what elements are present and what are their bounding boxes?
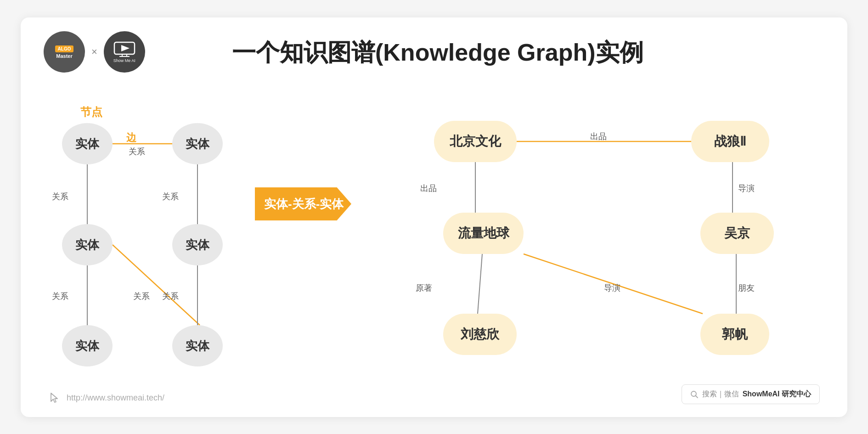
kg-liuliang-node: 流量地球 <box>443 213 524 254</box>
rel-bj-zl: 出品 <box>590 131 607 142</box>
kg-zhanlang-node: 战狼Ⅱ <box>691 121 769 162</box>
svg-marker-1 <box>121 45 130 51</box>
algo-master-logo: ALGO Master <box>44 31 85 73</box>
rel-wj-gf: 朋友 <box>738 282 755 293</box>
master-text: Master <box>56 53 72 59</box>
kg-wujing-node: 吴京 <box>700 213 774 254</box>
footer-area: http://www.showmeai.tech/ <box>48 391 164 404</box>
left-diagram: 节点 实体 实体 实体 实体 实体 <box>48 105 269 399</box>
wechat-label: 搜索｜微信 <box>702 389 739 399</box>
rel-ll-liu: 原著 <box>416 282 432 293</box>
kg-beijing-node: 北京文化 <box>434 121 517 162</box>
entity-node-br: 实体 <box>172 325 223 366</box>
entity-node-tr: 实体 <box>172 123 223 164</box>
cursor-icon <box>48 391 61 404</box>
times-sign: × <box>91 46 97 58</box>
arrow-label: 实体-关系-实体 <box>264 196 344 212</box>
wechat-badge: 搜索｜微信 ShowMeAI 研究中心 <box>682 384 820 404</box>
algo-text: ALGO <box>55 45 74 52</box>
search-icon <box>690 390 699 399</box>
bian-label: 边 <box>126 131 136 145</box>
entity-node-mr: 实体 <box>172 224 223 265</box>
rel-mid-diag: 关系 <box>133 291 150 302</box>
rel-bj-ll: 出品 <box>420 183 437 194</box>
footer-url: http://www.showmeai.tech/ <box>67 393 164 403</box>
entity-node-ml: 实体 <box>62 224 113 265</box>
rel-lv1: 关系 <box>52 191 68 202</box>
rel-rv1: 关系 <box>162 191 179 202</box>
rel-ll-gf: 导演 <box>604 282 620 293</box>
rel-top-h: 关系 <box>129 146 145 157</box>
right-diagram: 北京文化 战狼Ⅱ 流量地球 吴京 刘慈欣 郭帆 出品 出品 导演 原著 导演 朋… <box>406 93 820 392</box>
rel-zl-wj: 导演 <box>738 183 755 194</box>
kg-liu-node: 刘慈欣 <box>443 314 517 355</box>
svg-line-18 <box>695 395 698 398</box>
entity-node-tl: 实体 <box>62 123 113 164</box>
page-title: 一个知识图谱(Knowledge Graph)实例 <box>232 37 643 69</box>
jiedian-label: 节点 <box>80 105 102 119</box>
arrow-shape: 实体-关系-实体 <box>255 187 351 220</box>
showme-ai-text: Show Me AI <box>113 58 135 63</box>
rel-lv2: 关系 <box>52 291 68 302</box>
wechat-name: ShowMeAI 研究中心 <box>743 389 811 399</box>
logo-area: ALGO Master × Show Me AI <box>44 31 145 73</box>
rel-rv2: 关系 <box>162 291 179 302</box>
showme-logo: Show Me AI <box>104 31 145 73</box>
svg-line-14 <box>478 254 482 314</box>
entity-node-bl: 实体 <box>62 325 113 366</box>
kg-guofan-node: 郭帆 <box>700 314 769 355</box>
main-card: ALGO Master × Show Me AI 一个知识图谱(Knowledg… <box>21 17 847 417</box>
